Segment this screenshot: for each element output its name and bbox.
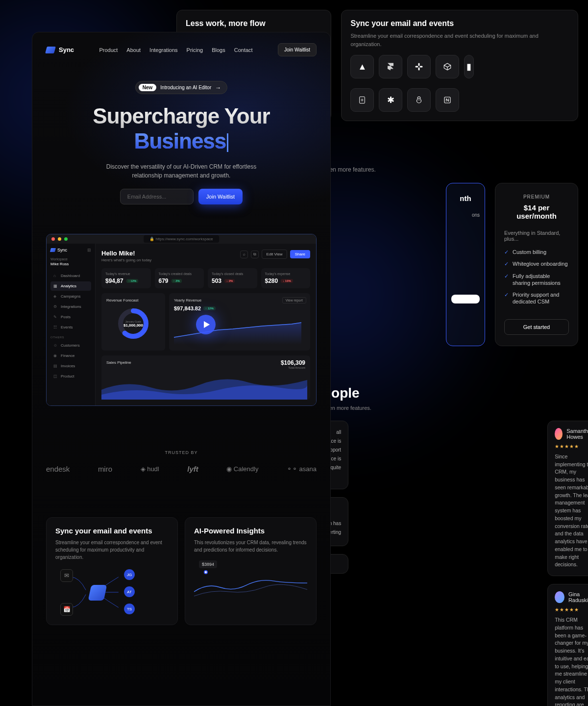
stat-created: Today's created deals679↑ 2% <box>155 268 204 288</box>
feature-title: Sync your email and events <box>55 527 169 535</box>
pricing-heading-partial: g <box>314 151 578 166</box>
testimonial-card: Samantha Howes ★★★★★ Since implementing … <box>547 421 588 576</box>
greeting-sub: Here's what's going on today <box>101 258 151 262</box>
logo-icon <box>45 47 56 53</box>
svg-point-8 <box>417 99 421 103</box>
integration-more-icon[interactable]: ▮ <box>464 55 474 78</box>
navbar: Sync Product About Integrations Pricing … <box>32 43 330 56</box>
hero-section: New Introducing an AI Editor → Superchar… <box>32 56 330 219</box>
stat-expense: Today's expense$280↓ 10% <box>261 268 311 288</box>
dashboard-sidebar: Sync⊞ Workspace Mike Ross ⌂Dashboard ▦An… <box>47 244 96 405</box>
avatar <box>555 428 563 440</box>
sidebar-item-analytics[interactable]: ▦Analytics <box>50 281 91 291</box>
card-title: Sync your email and events <box>350 19 569 28</box>
integration-sheets-icon[interactable] <box>350 88 374 112</box>
price-amount: nth <box>451 194 480 202</box>
workspace-user[interactable]: Mike Ross <box>50 262 91 266</box>
integration-vercel-icon[interactable]: ▲ <box>350 55 374 78</box>
pill-text: Introducing an AI Editor <box>160 85 211 90</box>
svg-point-9 <box>418 100 419 101</box>
nav-links: Product About Integrations Pricing Blogs… <box>99 47 252 53</box>
sidebar-item-posts[interactable]: ✎Posts <box>50 312 91 322</box>
get-started-button[interactable]: Get started <box>504 319 569 335</box>
integration-notion-icon[interactable] <box>436 88 459 112</box>
feature-partial: ons <box>451 212 480 286</box>
trusted-label: TRUSTED BY <box>46 450 317 455</box>
svg-point-10 <box>419 100 420 101</box>
sidebar-item-product[interactable]: ◫Product <box>50 372 91 381</box>
integration-box-icon[interactable] <box>436 55 459 78</box>
review-text: This CRM platform has been a game-change… <box>555 616 588 706</box>
integration-grid: ▲ ▮ ✱ <box>350 55 569 112</box>
price-amount: $14 per user/month <box>504 203 569 220</box>
arrow-icon: → <box>215 84 221 91</box>
star-rating: ★★★★★ <box>555 607 588 612</box>
includes-label: Everything in Standard, plus... <box>504 230 569 242</box>
join-waitlist-button[interactable]: Join Waitlist <box>198 189 243 204</box>
nav-link-product[interactable]: Product <box>99 47 118 53</box>
traffic-light-min <box>58 237 61 241</box>
revenue-forecast-chart: Revenue Forecast January Goals$1,000,000 <box>101 293 165 351</box>
check-icon: ✓ <box>504 273 509 287</box>
sidebar-item-integrations[interactable]: ⚙Integrations <box>50 302 91 311</box>
check-icon: ✓ <box>504 291 509 305</box>
tier-label: PREMIUM <box>504 194 569 200</box>
brand-lyft: lyft <box>187 465 198 473</box>
integration-slack-icon[interactable] <box>407 55 431 78</box>
stat-revenue: Today's revenue$94,87↑ 12% <box>101 268 151 288</box>
search-icon[interactable]: ⌕ <box>240 251 248 258</box>
workspace-label: Workspace <box>50 257 91 261</box>
nav-link-integrations[interactable]: Integrations <box>149 47 177 53</box>
testimonial-card: Gina Raduski ★★★★★ This CRM platform has… <box>547 584 588 706</box>
sidebar-item-events[interactable]: ☷Events <box>50 323 91 332</box>
pricing-card-standard: nth ons <box>446 183 485 346</box>
view-report-button[interactable]: View report <box>282 297 306 303</box>
logo[interactable]: Sync <box>46 46 74 53</box>
sidebar-item-finance[interactable]: ◉Finance <box>50 351 91 360</box>
check-icon: ✓ <box>504 249 509 255</box>
yearly-revenue-chart: Yearly Revenue $97,843.82↑ 12% View repo… <box>169 293 310 351</box>
trusted-by-section: TRUSTED BY endesk miro ◈ hudl lyft ◉ Cal… <box>32 450 330 473</box>
play-video-button[interactable] <box>196 315 216 334</box>
sidebar-item-campaigns[interactable]: ◈Campaigns <box>50 292 91 301</box>
hero-subtitle: Discover the versatility of our AI-Drive… <box>93 162 270 180</box>
card-title: Less work, more flow <box>186 19 322 28</box>
get-started-button[interactable] <box>451 295 480 303</box>
brand-asana: ⚬⚬ asana <box>287 465 317 473</box>
sidebar-item-invoices[interactable]: ▤Invoices <box>50 361 91 371</box>
integration-zapier-icon[interactable]: ✱ <box>379 88 402 112</box>
testimonials-heading: e people <box>304 385 578 401</box>
feature-ai-card: AI-Powered Insights This revolutionizes … <box>185 517 317 625</box>
dashboard-preview: 🔒 https://www.sync.com/workspace Sync⊞ W… <box>46 234 317 406</box>
check-icon: ✓ <box>504 260 509 267</box>
copy-icon[interactable]: ⧉ <box>251 251 259 258</box>
integration-mailchimp-icon[interactable] <box>407 88 431 112</box>
email-input[interactable] <box>120 189 194 204</box>
feature-card-sync: Sync your email and events Streamline yo… <box>341 10 578 121</box>
nav-link-blogs[interactable]: Blogs <box>212 47 225 53</box>
landing-page: Sync Product About Integrations Pricing … <box>32 32 331 706</box>
card-desc: Streamline your email correspondence and… <box>350 32 569 48</box>
integration-framer-icon[interactable] <box>379 55 402 78</box>
mail-icon: ✉ <box>60 569 73 582</box>
sidebar-item-dashboard[interactable]: ⌂Dashboard <box>50 271 91 280</box>
join-waitlist-button[interactable]: Join Waitlist <box>278 43 317 56</box>
announcement-pill[interactable]: New Introducing an AI Editor → <box>135 81 228 94</box>
svg-rect-1 <box>418 68 420 71</box>
sidebar-item-customers[interactable]: ☺Customers <box>50 341 91 350</box>
url-bar: 🔒 https://www.sync.com/workspace <box>144 235 219 243</box>
review-text: Since implementing this CRM, my business… <box>555 453 588 569</box>
feature-desc: This revolutionizes your CRM data, revea… <box>194 539 307 554</box>
nav-link-contact[interactable]: Contact <box>234 47 253 53</box>
nav-link-about[interactable]: About <box>126 47 141 53</box>
share-button[interactable]: Share <box>290 250 310 258</box>
traffic-light-close <box>51 237 55 241</box>
waitlist-form: Join Waitlist <box>52 189 311 204</box>
browser-chrome: 🔒 https://www.sync.com/workspace <box>47 234 316 244</box>
typing-cursor <box>227 133 228 152</box>
sidebar-section: OTHERS <box>50 336 91 339</box>
svg-rect-0 <box>418 63 420 66</box>
edit-view-button[interactable]: Edit View <box>262 250 287 259</box>
nav-link-pricing[interactable]: Pricing <box>187 47 203 53</box>
calendar-icon: 📅 <box>60 603 73 616</box>
